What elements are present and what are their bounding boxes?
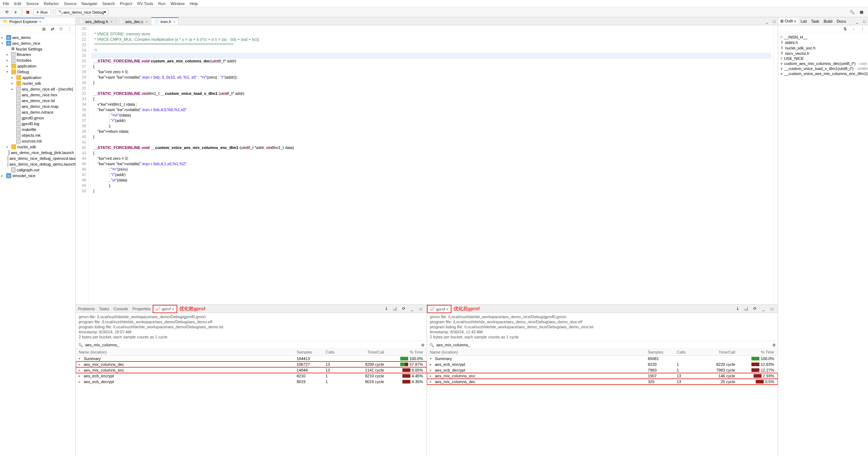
filter-icon[interactable]: ▽	[57, 26, 65, 33]
tree-node[interactable]: ▸aes_demo_nice.elf - [riscv/le]	[0, 86, 75, 92]
bottom-tab-problems[interactable]: Problems	[76, 306, 97, 312]
menu-icon[interactable]: ⋮	[66, 26, 73, 33]
clear-search-icon[interactable]: ⊘	[421, 343, 424, 347]
bottom-tab-tasks[interactable]: Tasks	[97, 306, 111, 312]
menu-rv-tools[interactable]: RV-Tools	[138, 1, 153, 6]
expand-arrow[interactable]: ▸	[1, 36, 5, 39]
tree-node[interactable]: ▸Caes_demo	[0, 35, 75, 40]
tree-node[interactable]: objects.mk	[0, 132, 75, 138]
close-icon[interactable]: ×	[446, 307, 448, 311]
tree-node[interactable]: makefile	[0, 127, 75, 132]
outline-tab-outli[interactable]: ⊞ Outli ×	[778, 18, 798, 25]
refresh-icon[interactable]: ⟳	[400, 305, 407, 312]
expand-arrow[interactable]: ▾	[430, 357, 433, 360]
tree-node[interactable]: aes_demo_nice.hex	[0, 92, 75, 98]
gprof-row[interactable]: ▸aes_ecb_encrypt 8210 1 8210 cycle 4.45%	[76, 373, 427, 379]
col-pct[interactable]: % Time	[738, 350, 778, 354]
expand-arrow[interactable]: ▸	[79, 380, 82, 383]
gprof-row[interactable]: ▸aes_ecb_decrypt 7983 1 7983 cycle 12.27…	[427, 367, 778, 373]
gprof-tab-right[interactable]: 📈 gprof ×	[427, 305, 452, 313]
tree-node[interactable]: ▸Includes	[0, 57, 75, 63]
tree-node[interactable]: ⚙Nuclei Settings	[0, 46, 75, 52]
expand-arrow[interactable]: ▸	[12, 82, 15, 85]
expand-arrow[interactable]: ▸	[430, 368, 433, 372]
outline-item[interactable]: ⬇nuclei_sdk_soc.h	[780, 45, 866, 51]
gprof-row[interactable]: ▸aes_ecb_encrypt 8220 1 8220 cycle 12.63…	[427, 361, 778, 367]
gprof-row[interactable]: ▾Summary 184413 100.0%	[76, 356, 427, 361]
gprof-row[interactable]: ▸aes_mix_columns_enc 1907 13 146 cycle 2…	[427, 373, 778, 379]
minimize-icon[interactable]: _	[763, 18, 771, 25]
gprof-row[interactable]: ▾Summary 65081 100.0%	[427, 356, 778, 361]
outline-item[interactable]: #__INSN_H__	[780, 35, 866, 40]
outline-item[interactable]: ●__custom_vnice_load_v_i8m1(uint8_t*): v…	[780, 66, 866, 71]
close-icon[interactable]: ×	[172, 307, 174, 311]
editor-tab[interactable]: 📄insn.h×	[151, 17, 179, 25]
expand-arrow[interactable]: ▸	[79, 368, 82, 372]
gprof-row[interactable]: ▸aes_mix_columns_dec 106727 13 8209 cycl…	[76, 361, 427, 367]
debug-config-dropdown[interactable]: 🔧 aes_demo_nice Debug ▾	[56, 9, 109, 16]
expand-arrow[interactable]: ▸	[79, 363, 82, 366]
run-button[interactable]: Run	[34, 9, 51, 16]
close-icon[interactable]: ×	[145, 19, 148, 24]
expand-arrow[interactable]: ▾	[1, 41, 5, 45]
gprof-row[interactable]: ▸aes_mix_columns_enc 14844 13 1141 cycle…	[76, 367, 427, 373]
col-time[interactable]: Time/Call	[351, 350, 387, 354]
chart-icon[interactable]: 📊	[391, 305, 398, 312]
gprof-search-input[interactable]	[84, 342, 420, 348]
open-type-icon[interactable]: ▦	[858, 9, 865, 16]
menu-source[interactable]: Source	[26, 1, 39, 6]
expand-arrow[interactable]: ▸	[6, 58, 10, 62]
expand-arrow[interactable]: ▸	[430, 374, 433, 378]
clear-search-icon[interactable]: ⊘	[772, 343, 776, 347]
gprof-search-input[interactable]	[436, 342, 771, 348]
menu-help[interactable]: Help	[190, 1, 198, 6]
maximize-icon[interactable]: □	[768, 305, 776, 312]
tree-node[interactable]: aes_demo_nice_debug_openocd.launch	[0, 155, 75, 161]
outline-tab-task[interactable]: Task	[809, 18, 821, 25]
tree-node[interactable]: ▾Debug	[0, 69, 75, 75]
expand-arrow[interactable]: ▸	[430, 380, 433, 383]
project-explorer-tab[interactable]: 📁 Project Explorer ×	[0, 18, 44, 25]
tree-node[interactable]: aes_demo.rvtrace	[0, 109, 75, 115]
link-editor-icon[interactable]: ⇄	[49, 26, 56, 33]
outline-item[interactable]: #USE_NICE	[780, 56, 866, 61]
menu-refactor[interactable]: Refactor	[44, 1, 59, 6]
menu-icon[interactable]: ⋮	[859, 26, 866, 33]
outline-tab-docu[interactable]: Docu	[834, 18, 848, 25]
expand-arrow[interactable]: ▸	[12, 87, 15, 91]
bottom-tab-console[interactable]: Console	[112, 306, 130, 312]
menu-source[interactable]: Source	[64, 1, 77, 6]
export-icon[interactable]: ⤓	[734, 305, 741, 312]
code-editor[interactable]: 2021222324252627282930313233343536373839…	[76, 25, 778, 304]
gprof-row[interactable]: ▸aes_mix_columns_dec 325 13 25 cycle 0.5…	[427, 379, 778, 385]
menu-project[interactable]: Project	[120, 1, 132, 6]
tree-node[interactable]: aes_demo_nice_debug_jlink.launch	[0, 150, 75, 155]
expand-arrow[interactable]: ▾	[6, 70, 10, 74]
bottom-tab-properties[interactable]: Properties	[130, 306, 153, 312]
outline-item[interactable]: ●__custom_vnice_aes_mix_columns_enc_i8m1…	[780, 71, 866, 76]
tree-node[interactable]: aes_demo_nice.lst	[0, 98, 75, 104]
tree-node[interactable]: ▾Caes_demo_nice	[0, 40, 75, 46]
tree-node[interactable]: ▸Binaries	[0, 52, 75, 57]
expand-arrow[interactable]: ▸	[6, 64, 10, 68]
chart-icon[interactable]: 📊	[742, 305, 750, 312]
expand-arrow[interactable]: ▸	[430, 363, 433, 366]
outline-tab-list[interactable]: List	[798, 18, 809, 25]
back-button[interactable]: ⟲	[3, 9, 10, 16]
menu-search[interactable]: Search	[102, 1, 115, 6]
play-button[interactable]	[12, 9, 19, 16]
maximize-icon[interactable]: □	[417, 305, 424, 312]
tree-node[interactable]: aes_demo_nice.map	[0, 104, 75, 109]
outline-item[interactable]: ⬇stdint.h	[780, 40, 866, 45]
editor-tab[interactable]: 📄aes_debug.h×	[76, 18, 116, 25]
tree-node[interactable]: ▸application	[0, 75, 75, 80]
expand-arrow[interactable]: ▸	[6, 53, 10, 56]
outline-item[interactable]: ●custom_aes_mix_columns_dec(uint8_t*): v…	[780, 61, 866, 66]
tree-node[interactable]: gprof0.gmon	[0, 115, 75, 121]
expand-arrow[interactable]: ▸	[6, 145, 10, 149]
expand-arrow[interactable]: ▸	[79, 374, 82, 378]
minimize-icon[interactable]: _	[760, 305, 767, 312]
close-icon[interactable]: ×	[794, 19, 796, 23]
col-time[interactable]: Time/Call	[702, 350, 738, 354]
tree-node[interactable]: sources.mk	[0, 138, 75, 144]
